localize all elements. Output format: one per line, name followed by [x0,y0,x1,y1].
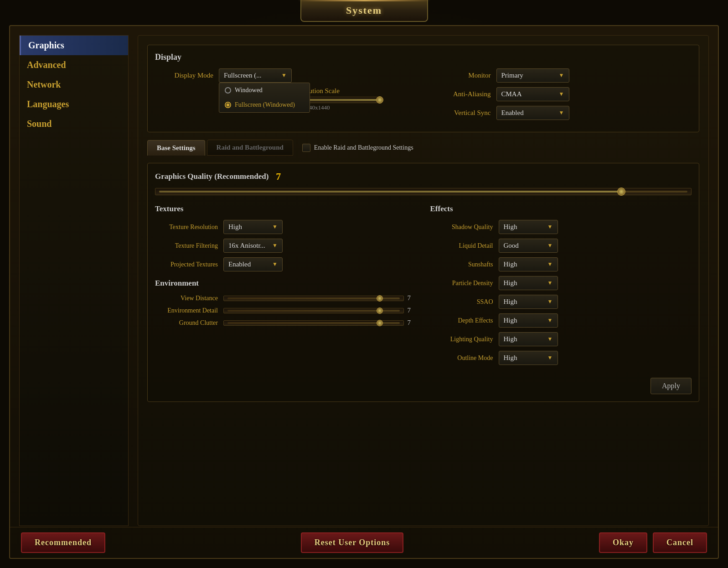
resolution-thumb[interactable] [376,96,383,104]
main-dialog: Graphics Advanced Network Languages Soun… [9,25,719,559]
quality-slider-thumb[interactable] [617,188,625,196]
sidebar-item-network[interactable]: Network [20,75,128,94]
projected-textures-row: Projected Textures Enabled ▼ [155,257,417,271]
sidebar-item-graphics[interactable]: Graphics [20,36,128,55]
projected-textures-label: Projected Textures [155,261,223,268]
sunshafts-dropdown[interactable]: High ▼ [499,257,558,271]
ssao-row: SSAO High ▼ [430,295,692,309]
view-distance-thumb[interactable] [377,295,383,302]
liquid-arrow-icon: ▼ [547,242,553,249]
ground-clutter-slider[interactable]: 7 [223,319,417,327]
depth-effects-label: Depth Effects [430,317,499,324]
display-mode-button[interactable]: Fullscreen (... ▼ [219,68,292,83]
tex-res-arrow-icon: ▼ [272,224,278,230]
outline-mode-label: Outline Mode [430,354,499,362]
graphics-quality-section: Graphics Quality (Recommended) 7 Texture… [147,163,699,402]
monitor-dropdown[interactable]: Primary ▼ [496,68,569,83]
tab-base-settings[interactable]: Base Settings [147,140,205,156]
ground-clutter-label: Ground Clutter [155,319,223,327]
display-section: Display Display Mode Fullscreen (... ▼ [147,45,699,132]
okay-button[interactable]: Okay [599,532,647,553]
liquid-detail-row: Liquid Detail Good ▼ [430,239,692,253]
display-mode-dropdown[interactable]: Fullscreen (... ▼ Windowed Fu [219,68,292,83]
dropdown-item-windowed[interactable]: Windowed [219,83,310,98]
sidebar-item-advanced[interactable]: Advanced [20,55,128,75]
environment-detail-slider[interactable]: 7 [223,307,417,314]
lighting-quality-label: Lighting Quality [430,336,499,343]
shadow-arrow-icon: ▼ [547,224,553,230]
shadow-quality-label: Shadow Quality [430,224,499,231]
texture-filtering-dropdown[interactable]: 16x Anisotr... ▼ [223,239,283,253]
tab-raid-battleground[interactable]: Raid and Battleground [207,140,293,156]
quality-slider[interactable] [155,188,692,195]
quality-slider-fill [159,191,619,193]
view-distance-value: 7 [408,294,417,302]
monitor-arrow-icon: ▼ [559,72,564,79]
sidebar: Graphics Advanced Network Languages Soun… [19,35,129,526]
enable-raid-settings-label[interactable]: Enable Raid and Battleground Settings [302,144,413,152]
view-distance-slider[interactable]: 7 [223,294,417,302]
anti-aliasing-label: Anti-Aliasing [433,90,496,98]
environment-detail-row: Environment Detail 7 [155,307,417,314]
projected-textures-dropdown[interactable]: Enabled ▼ [223,257,283,271]
ssao-dropdown[interactable]: High ▼ [499,295,558,309]
cancel-button[interactable]: Cancel [653,532,707,553]
particle-density-dropdown[interactable]: High ▼ [499,276,558,290]
environment-detail-label: Environment Detail [155,307,223,314]
particle-density-label: Particle Density [430,280,499,287]
texture-resolution-label: Texture Resolution [155,224,223,231]
vertical-sync-dropdown[interactable]: Enabled ▼ [496,106,569,120]
enable-raid-checkbox[interactable] [302,144,310,152]
ground-clutter-thumb[interactable] [377,320,383,326]
quality-value: 7 [276,171,281,182]
outline-arrow-icon: ▼ [547,354,553,361]
env-detail-thumb[interactable] [377,307,383,314]
tabs-row: Base Settings Raid and Battleground Enab… [147,140,699,156]
bottom-bar: Recommended Reset User Options Okay Canc… [10,527,718,558]
vertical-sync-label: Vertical Sync [433,109,496,117]
quality-title: Graphics Quality (Recommended) [155,172,268,181]
lighting-quality-dropdown[interactable]: High ▼ [499,332,558,346]
anti-aliasing-dropdown[interactable]: CMAA ▼ [496,87,569,101]
ssao-arrow-icon: ▼ [547,298,553,305]
texture-resolution-dropdown[interactable]: High ▼ [223,220,283,234]
monitor-label: Monitor [433,72,496,79]
tex-filt-arrow-icon: ▼ [272,242,278,249]
content-panel: Display Display Mode Fullscreen (... ▼ [138,35,709,526]
shadow-quality-dropdown[interactable]: High ▼ [499,220,558,234]
textures-title: Textures [155,204,417,214]
apply-button[interactable]: Apply [651,378,692,394]
environment-title: Environment [155,279,417,288]
display-mode-menu: Windowed Fullscreen (Windowed) [219,83,310,113]
dropdown-item-fullscreen-windowed[interactable]: Fullscreen (Windowed) [219,98,310,112]
dialog-title: System [346,5,382,16]
sidebar-item-languages[interactable]: Languages [20,94,128,114]
sidebar-item-sound[interactable]: Sound [20,114,128,134]
sunshafts-row: Sunshafts High ▼ [430,257,692,271]
outline-mode-dropdown[interactable]: High ▼ [499,351,558,365]
reset-button[interactable]: Reset User Options [301,532,404,553]
particle-arrow-icon: ▼ [547,280,553,287]
recommended-button[interactable]: Recommended [21,532,105,553]
title-bar: System [300,0,428,22]
ground-clutter-value: 7 [408,319,417,327]
sunshafts-arrow-icon: ▼ [547,261,553,268]
ssao-label: SSAO [430,298,499,306]
vsync-arrow-icon: ▼ [559,109,564,116]
liquid-detail-dropdown[interactable]: Good ▼ [499,239,558,253]
depth-effects-row: Depth Effects High ▼ [430,313,692,328]
display-section-title: Display [155,52,692,62]
dropdown-arrow-icon: ▼ [281,72,287,79]
shadow-quality-row: Shadow Quality High ▼ [430,220,692,234]
particle-density-row: Particle Density High ▼ [430,276,692,290]
outline-mode-row: Outline Mode High ▼ [430,351,692,365]
aa-arrow-icon: ▼ [559,91,564,98]
depth-effects-dropdown[interactable]: High ▼ [499,313,558,328]
display-mode-label: Display Mode [155,72,219,79]
texture-filtering-label: Texture Filtering [155,242,223,250]
sunshafts-label: Sunshafts [430,261,499,268]
proj-tex-arrow-icon: ▼ [272,261,278,268]
texture-filtering-row: Texture Filtering 16x Anisotr... ▼ [155,239,417,253]
quality-header: Graphics Quality (Recommended) 7 [155,171,692,182]
view-distance-label: View Distance [155,295,223,302]
